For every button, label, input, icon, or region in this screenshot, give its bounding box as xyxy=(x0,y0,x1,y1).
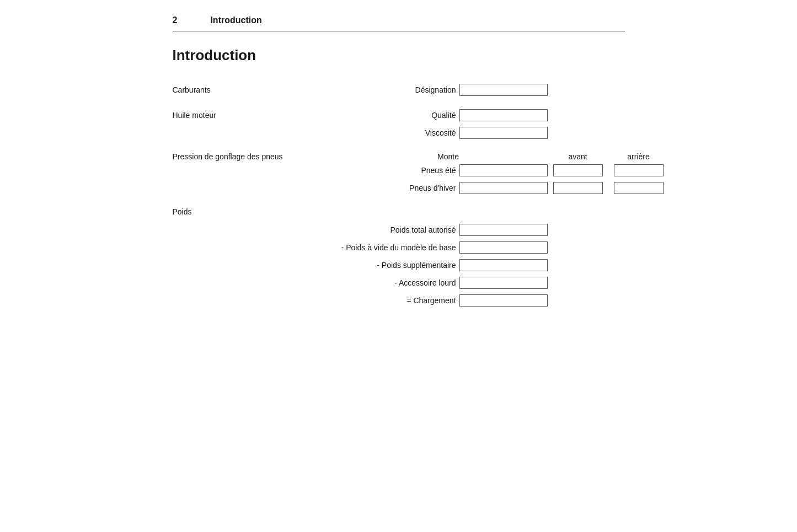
pneus-hiver-monte-input[interactable] xyxy=(459,182,548,194)
pneus-ete-monte-cell: Pneus été xyxy=(349,164,548,176)
tyre-header-row: Pression de gonflage des pneus Monte ava… xyxy=(173,152,625,161)
pneus-hiver-avant-input[interactable] xyxy=(553,182,603,194)
pression-pneus-section: Pression de gonflage des pneus Monte ava… xyxy=(173,152,625,194)
poids-total-label: Poids total autorisé xyxy=(173,225,459,234)
pneus-ete-row: Pneus été xyxy=(173,164,625,176)
poids-supp-label: - Poids supplémentaire xyxy=(173,261,459,270)
header-title-text: Introduction xyxy=(210,15,261,25)
qualite-label: Qualité xyxy=(349,111,459,120)
pneus-ete-arriere-cell xyxy=(608,164,669,176)
poids-vide-row: - Poids à vide du modèle de base xyxy=(173,241,625,254)
pneus-hiver-arriere-cell xyxy=(608,182,669,194)
huile-viscosite-row: Viscosité xyxy=(173,127,625,139)
pneus-hiver-monte-cell: Pneus d'hiver xyxy=(349,182,548,194)
accessoire-lourd-input[interactable] xyxy=(459,277,548,289)
header-number: 2 xyxy=(173,15,178,25)
tyre-col-arriere-label: arrière xyxy=(608,152,669,161)
poids-total-row: Poids total autorisé xyxy=(173,224,625,236)
tyre-col-avant-label: avant xyxy=(548,152,608,161)
poids-section: Poids Poids total autorisé - Poids à vid… xyxy=(173,207,625,307)
poids-label: Poids xyxy=(173,207,625,216)
pneus-hiver-row: Pneus d'hiver xyxy=(173,182,625,194)
designation-label: Désignation xyxy=(349,85,459,94)
huile-moteur-section: Huile moteur Qualité Viscosité xyxy=(173,109,625,139)
pneus-hiver-label: Pneus d'hiver xyxy=(409,184,456,192)
qualite-input[interactable] xyxy=(459,109,548,121)
poids-supp-row: - Poids supplémentaire xyxy=(173,259,625,271)
chargement-label: = Chargement xyxy=(173,296,459,305)
pneus-ete-avant-cell xyxy=(548,164,608,176)
accessoire-lourd-label: - Accessoire lourd xyxy=(173,278,459,287)
pneus-ete-label: Pneus été xyxy=(421,166,456,175)
pneus-hiver-arriere-input[interactable] xyxy=(614,182,664,194)
pneus-ete-avant-input[interactable] xyxy=(553,164,603,176)
poids-supp-input[interactable] xyxy=(459,259,548,271)
viscosite-input[interactable] xyxy=(459,127,548,139)
chargement-row: = Chargement xyxy=(173,294,625,307)
poids-vide-label: - Poids à vide du modèle de base xyxy=(173,243,459,252)
carburants-designation-row: Carburants Désignation xyxy=(173,84,625,96)
tyre-col-monte-label: Monte xyxy=(349,152,548,161)
carburants-section: Carburants Désignation xyxy=(173,84,625,96)
designation-input[interactable] xyxy=(459,84,548,96)
tyre-pression-label: Pression de gonflage des pneus xyxy=(173,152,349,161)
chargement-input[interactable] xyxy=(459,294,548,307)
accessoire-lourd-row: - Accessoire lourd xyxy=(173,277,625,289)
page-title: Introduction xyxy=(173,47,625,64)
pneus-ete-monte-input[interactable] xyxy=(459,164,548,176)
poids-vide-input[interactable] xyxy=(459,241,548,254)
header-bar: 2 Introduction xyxy=(173,15,625,31)
huile-moteur-label: Huile moteur xyxy=(173,111,349,120)
carburants-label: Carburants xyxy=(173,85,349,94)
viscosite-label: Viscosité xyxy=(349,128,459,137)
huile-qualite-row: Huile moteur Qualité xyxy=(173,109,625,121)
pneus-hiver-avant-cell xyxy=(548,182,608,194)
page-container: 2 Introduction Introduction Carburants D… xyxy=(151,0,647,353)
pneus-ete-arriere-input[interactable] xyxy=(614,164,664,176)
poids-total-input[interactable] xyxy=(459,224,548,236)
